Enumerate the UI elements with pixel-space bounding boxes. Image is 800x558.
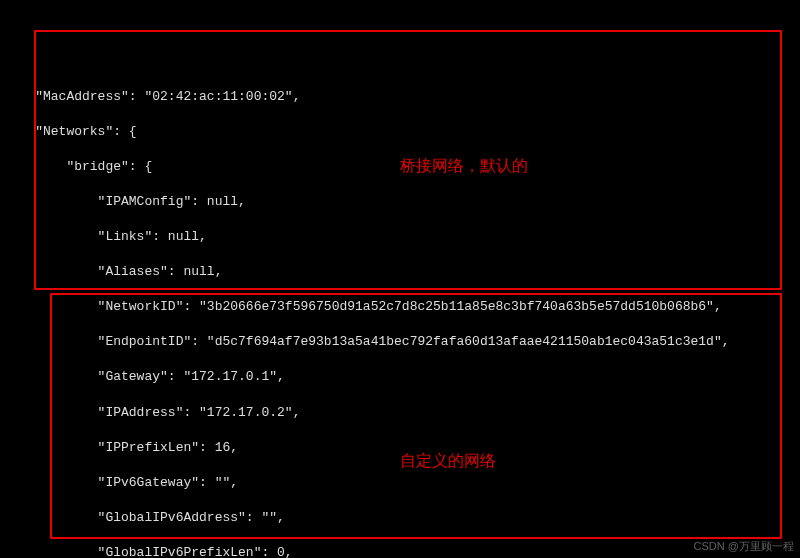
code-line: "Links": null, bbox=[4, 228, 796, 246]
code-line: "Aliases": null, bbox=[4, 263, 796, 281]
code-line: "GlobalIPv6PrefixLen": 0, bbox=[4, 544, 796, 558]
code-line: "Networks": { bbox=[4, 123, 796, 141]
code-line-bridge-header: "bridge": { bbox=[4, 158, 796, 176]
terminal-output: "MacAddress": "02:42:ac:11:00:02", "Netw… bbox=[0, 70, 800, 558]
code-line: "IPAMConfig": null, bbox=[4, 193, 796, 211]
code-line: "NetworkID": "3b20666e73f596750d91a52c7d… bbox=[4, 298, 796, 316]
code-line: "IPAddress": "172.17.0.2", bbox=[4, 404, 796, 422]
code-line: "MacAddress": "02:42:ac:11:00:02", bbox=[4, 88, 796, 106]
code-line: "Gateway": "172.17.0.1", bbox=[4, 368, 796, 386]
code-line: "IPv6Gateway": "", bbox=[4, 474, 796, 492]
code-line: "IPPrefixLen": 16, bbox=[4, 439, 796, 457]
code-line: "EndpointID": "d5c7f694af7e93b13a5a41bec… bbox=[4, 333, 796, 351]
watermark: CSDN @万里顾一程 bbox=[694, 539, 794, 554]
code-line: "GlobalIPv6Address": "", bbox=[4, 509, 796, 527]
